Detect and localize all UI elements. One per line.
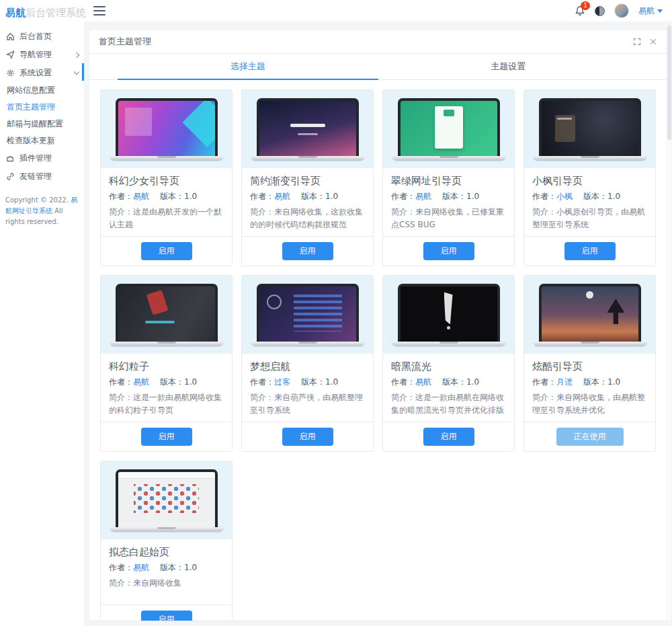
sidebar-item-site-info[interactable]: 网站信息配置 [0,82,84,99]
sidebar-item-system[interactable]: 系统设置 [0,64,84,82]
copyright-pre: Copyright © 2022. [5,196,69,204]
chevron-right-icon [74,52,79,57]
sidebar-item-nav[interactable]: 导航管理 [0,46,84,64]
apply-theme-button[interactable]: 启用 [564,242,616,260]
scrollbar-thumb[interactable] [667,26,671,140]
theme-author-link[interactable]: 易航 [274,192,290,201]
theme-author-link[interactable]: 易航 [415,192,431,201]
app-layout: 易航后台管理系统 后台首页 导航管理 系统设置 网站信息配置 [0,0,672,626]
tab-theme-settings[interactable]: 主题设置 [378,54,639,80]
apply-theme-button[interactable]: 启用 [141,611,192,621]
app-logo: 易航后台管理系统 [0,0,84,28]
theme-preview [101,276,232,354]
apply-theme-button[interactable]: 启用 [282,242,333,260]
theme-author-link[interactable]: 易航 [133,192,149,201]
laptop-base [110,156,223,160]
theme-author: 作者：易航 [391,377,431,388]
sidebar-item-mail-config[interactable]: 邮箱与提醒配置 [0,116,84,132]
close-icon[interactable] [649,38,657,46]
theme-author-link[interactable]: 过客 [274,377,290,387]
apply-theme-button[interactable]: 启用 [423,428,474,446]
theme-author-link[interactable]: 易航 [415,377,431,387]
theme-author-link[interactable]: 易航 [133,377,149,387]
theme-meta: 作者：易航 版本：1.0 [383,191,514,202]
system-submenu: 网站信息配置 首页主题管理 邮箱与提醒配置 检查版本更新 [0,82,84,149]
laptop-screen [398,98,500,156]
laptop-mockup [534,98,646,160]
theme-version: 版本：1.0 [160,562,197,574]
laptop-base [110,527,223,531]
theme-author-link[interactable]: 易航 [133,563,149,572]
avatar[interactable] [614,3,629,18]
apply-theme-button[interactable]: 启用 [141,428,192,446]
theme-card: 科幻少女引导页 作者：易航 版本：1.0 简介：这是由易航开发的一个默认主题 启… [100,89,233,266]
laptop-base [251,342,364,346]
panel-title: 首页主题管理 [99,36,151,48]
home-icon [5,32,15,42]
theme-version: 版本：1.0 [160,191,197,202]
theme-name: 梦想启航 [242,354,373,377]
theme-card-footer: 启用 [524,236,655,266]
theme-description: 简介：来自网络收集，由易航整理至引导系统并优化 [524,388,655,422]
apply-theme-button[interactable]: 启用 [282,428,333,446]
laptop-mockup [251,284,364,346]
theme-card-footer: 启用 [101,422,232,451]
theme-preview [383,276,514,354]
notification-badge: 1 [581,1,590,10]
theme-author: 作者：易航 [109,377,149,388]
laptop-mockup [110,469,223,531]
theme-author-link[interactable]: 月迣 [556,377,573,387]
theme-preview [383,90,514,168]
theme-card: 梦想启航 作者：过客 版本：1.0 简介：来自葫芦侠，由易航整理至引导系统 启用 [241,275,374,452]
fullscreen-icon[interactable] [633,38,641,46]
sidebar-item-version-check[interactable]: 检查版本更新 [0,132,84,149]
laptop-mockup [251,98,364,160]
theme-card-footer: 启用 [383,236,514,266]
apply-theme-button[interactable]: 启用 [423,242,474,260]
theme-name: 简约渐变引导页 [242,168,373,191]
theme-version: 版本：1.0 [301,191,338,202]
themes-grid: 科幻少女引导页 作者：易航 版本：1.0 简介：这是由易航开发的一个默认主题 启… [100,89,656,621]
laptop-mockup [110,98,223,160]
sidebar-item-label: 网站信息配置 [7,85,55,96]
laptop-screen [116,98,218,156]
sidebar-item-home[interactable]: 后台首页 [0,28,84,46]
theme-author: 作者：过客 [250,377,290,388]
theme-name: 科幻少女引导页 [101,168,232,191]
theme-toggle-icon[interactable] [595,6,605,16]
hamburger-menu-icon[interactable] [93,6,106,15]
sidebar-item-label: 邮箱与提醒配置 [7,118,63,130]
theme-author: 作者：易航 [109,562,149,574]
sidebar-item-links[interactable]: 友链管理 [0,167,84,186]
scrollbar[interactable] [667,26,671,621]
user-menu[interactable]: 易航 [638,5,663,17]
laptop-base [251,156,364,160]
apply-theme-button[interactable]: 正在使用 [556,428,624,446]
theme-preview [242,90,373,168]
notification-bell-icon[interactable]: 1 [575,5,585,16]
theme-card: 科幻粒子 作者：易航 版本：1.0 简介：这是一款由易航网络收集的科幻粒子引导页… [100,275,233,452]
laptop-screen [539,284,641,342]
theme-version: 版本：1.0 [442,377,479,388]
theme-version: 版本：1.0 [301,377,338,388]
laptop-base [392,156,505,160]
theme-card: 暗黑流光 作者：易航 版本：1.0 简介：这是一款由易航在网络收集的暗黑流光引导… [382,275,515,452]
sidebar-item-theme-manage[interactable]: 首页主题管理 [0,99,84,116]
sidebar-item-label: 系统设置 [19,67,52,79]
theme-description: 简介：这是一款由易航在网络收集的暗黑流光引导页并优化排版 [383,388,514,422]
username: 易航 [638,5,655,17]
panel-body: 科幻少女引导页 作者：易航 版本：1.0 简介：这是由易航开发的一个默认主题 启… [89,80,667,621]
theme-author-link[interactable]: 小枫 [556,192,573,201]
theme-description: 简介：小枫原创引导页，由易航整理至引导系统 [524,202,655,236]
sidebar-item-plugin[interactable]: 插件管理 [0,149,84,167]
theme-preview [524,276,655,354]
theme-card-footer: 正在使用 [524,422,655,451]
apply-theme-button[interactable]: 启用 [141,242,192,260]
logo-brand: 易航 [5,7,26,19]
sidebar-active-indicator [82,63,84,81]
sidebar-item-label: 友链管理 [19,171,52,182]
sidebar-item-label: 首页主题管理 [7,102,55,113]
theme-name: 科幻粒子 [101,354,232,377]
theme-version: 版本：1.0 [583,191,620,202]
tab-select-theme[interactable]: 选择主题 [118,54,378,80]
